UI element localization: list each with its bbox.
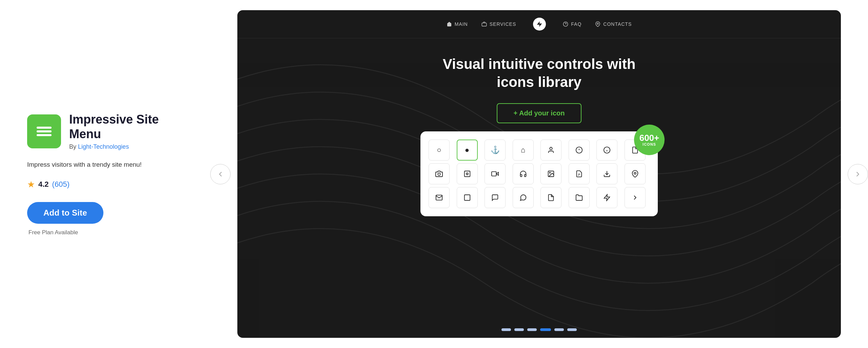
carousel-image-wrapper: MAIN SERVICES FAQ CONTAC — [237, 10, 841, 338]
carousel-next-button[interactable] — [848, 164, 868, 184]
svg-rect-3 — [482, 23, 486, 26]
nav-services-label: SERVICES — [490, 21, 516, 27]
author-link[interactable]: Light-Technologies — [78, 143, 129, 150]
icon-cell[interactable] — [625, 163, 646, 184]
question-icon — [563, 21, 568, 27]
dot-5[interactable] — [554, 328, 564, 331]
icon-cell[interactable] — [457, 187, 478, 208]
icon-cell[interactable]: ⌂ — [513, 140, 534, 161]
app-title-block: Impressive Site Menu By Light-Technologi… — [69, 112, 190, 150]
add-to-site-button[interactable]: Add to Site — [27, 202, 103, 224]
svg-point-17 — [466, 173, 468, 175]
icon-cell[interactable] — [596, 163, 617, 184]
nav-item-main: MAIN — [447, 21, 468, 27]
icon-cell[interactable] — [429, 187, 450, 208]
preview-hero-title: Visual intuitive controls with icons lib… — [437, 55, 641, 91]
dot-3[interactable] — [527, 328, 537, 331]
preview-dark: MAIN SERVICES FAQ CONTAC — [237, 10, 841, 338]
nav-contacts-label: CONTACTS — [603, 21, 632, 27]
dot-2[interactable] — [514, 328, 524, 331]
icon-cell[interactable] — [569, 140, 590, 161]
svg-rect-1 — [37, 130, 52, 132]
svg-point-7 — [597, 23, 598, 24]
icon-cell[interactable] — [569, 163, 590, 184]
nav-item-faq: FAQ — [563, 21, 581, 27]
rating-number: 4.2 — [38, 180, 49, 189]
icon-cell-selected[interactable]: ● — [457, 140, 478, 161]
icon-cell[interactable] — [485, 187, 506, 208]
svg-rect-19 — [492, 172, 496, 176]
icon-cell[interactable] — [596, 140, 617, 161]
chevron-left-icon — [217, 170, 224, 178]
icon-cell[interactable] — [457, 163, 478, 184]
home-icon — [447, 21, 452, 27]
svg-marker-4 — [537, 21, 542, 27]
nav-item-services: SERVICES — [481, 21, 516, 27]
nav-logo — [533, 18, 546, 31]
svg-point-25 — [634, 172, 636, 174]
app-header: Impressive Site Menu By Light-Technologi… — [27, 112, 190, 150]
add-icon-button[interactable]: + Add your icon — [497, 103, 582, 123]
star-icon: ★ — [27, 179, 35, 190]
briefcase-icon — [481, 21, 487, 27]
svg-rect-26 — [464, 195, 470, 201]
icon-cell[interactable] — [540, 140, 561, 161]
icon-cell[interactable] — [569, 187, 590, 208]
author-prefix: By — [69, 143, 76, 150]
app-icon-svg — [35, 122, 54, 141]
svg-marker-27 — [604, 195, 610, 201]
svg-point-15 — [438, 173, 440, 175]
rating-row: ★ 4.2 (605) — [27, 179, 190, 190]
dot-1[interactable] — [501, 328, 511, 331]
icon-cell[interactable]: ○ — [429, 140, 450, 161]
left-panel: Impressive Site Menu By Light-Technologi… — [0, 0, 210, 348]
icon-cell[interactable] — [513, 187, 534, 208]
location-icon — [595, 21, 600, 27]
bolt-icon — [536, 21, 543, 28]
rating-count: (605) — [52, 180, 70, 189]
dot-4-active[interactable] — [540, 328, 551, 331]
carousel-area: MAIN SERVICES FAQ CONTAC — [210, 0, 868, 348]
icon-cell[interactable] — [513, 163, 534, 184]
nav-item-contacts: CONTACTS — [595, 21, 632, 27]
app-description: Impress visitors with a trendy site menu… — [27, 160, 190, 170]
icon-cell[interactable] — [485, 163, 506, 184]
icon-cell[interactable] — [429, 163, 450, 184]
badge-number: 600+ — [639, 133, 659, 142]
app-author: By Light-Technologies — [69, 143, 190, 150]
nav-main-label: MAIN — [455, 21, 468, 27]
icon-cell[interactable] — [540, 163, 561, 184]
preview-hero: Visual intuitive controls with icons lib… — [437, 55, 641, 91]
preview-icon-card: 600+ ICONS ○ ● ⚓ ⌂ — [420, 131, 658, 216]
icon-cell[interactable] — [596, 187, 617, 208]
badge-600: 600+ ICONS — [634, 125, 665, 155]
app-icon — [27, 114, 61, 148]
icon-cell[interactable] — [540, 187, 561, 208]
app-title: Impressive Site Menu — [69, 112, 190, 141]
svg-rect-2 — [37, 134, 52, 136]
free-plan-label: Free Plan Available — [28, 229, 190, 236]
svg-rect-16 — [464, 171, 470, 177]
icon-cell[interactable] — [625, 187, 646, 208]
carousel-prev-button[interactable] — [210, 164, 231, 184]
icon-grid: ○ ● ⚓ ⌂ — [429, 140, 650, 208]
svg-point-8 — [550, 147, 552, 150]
carousel-dots — [501, 328, 577, 331]
badge-label: ICONS — [643, 142, 656, 146]
dot-6[interactable] — [567, 328, 577, 331]
chevron-right-icon — [854, 170, 862, 178]
preview-nav: MAIN SERVICES FAQ CONTAC — [237, 10, 841, 38]
icon-cell[interactable]: ⚓ — [485, 140, 506, 161]
svg-marker-18 — [496, 172, 498, 175]
nav-faq-label: FAQ — [571, 21, 581, 27]
svg-point-21 — [549, 172, 550, 173]
page-container: Impressive Site Menu By Light-Technologi… — [0, 0, 868, 348]
svg-rect-0 — [37, 127, 52, 129]
